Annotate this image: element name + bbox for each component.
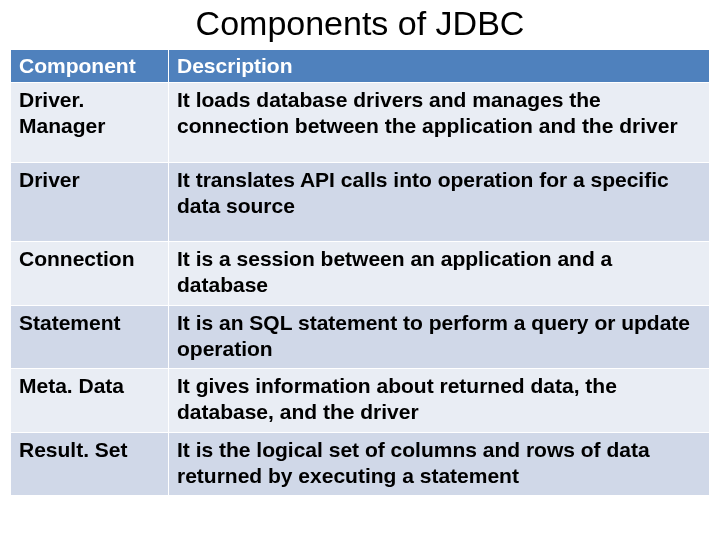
slide: Components of JDBC Component Description… [0, 0, 720, 540]
header-description: Description [169, 50, 710, 83]
cell-description: It loads database drivers and manages th… [169, 83, 710, 163]
table-row: Driver It translates API calls into oper… [11, 162, 710, 242]
header-component: Component [11, 50, 169, 83]
cell-component: Statement [11, 305, 169, 369]
cell-description: It gives information about returned data… [169, 369, 710, 433]
table-row: Result. Set It is the logical set of col… [11, 432, 710, 496]
table-row: Connection It is a session between an ap… [11, 242, 710, 306]
cell-component: Result. Set [11, 432, 169, 496]
table-row: Statement It is an SQL statement to perf… [11, 305, 710, 369]
table-row: Driver. Manager It loads database driver… [11, 83, 710, 163]
slide-title: Components of JDBC [10, 0, 710, 49]
table-header-row: Component Description [11, 50, 710, 83]
cell-description: It translates API calls into operation f… [169, 162, 710, 242]
table-row: Meta. Data It gives information about re… [11, 369, 710, 433]
cell-description: It is a session between an application a… [169, 242, 710, 306]
cell-description: It is an SQL statement to perform a quer… [169, 305, 710, 369]
cell-component: Meta. Data [11, 369, 169, 433]
components-table: Component Description Driver. Manager It… [10, 49, 710, 496]
cell-component: Connection [11, 242, 169, 306]
cell-description: It is the logical set of columns and row… [169, 432, 710, 496]
cell-component: Driver [11, 162, 169, 242]
cell-component: Driver. Manager [11, 83, 169, 163]
